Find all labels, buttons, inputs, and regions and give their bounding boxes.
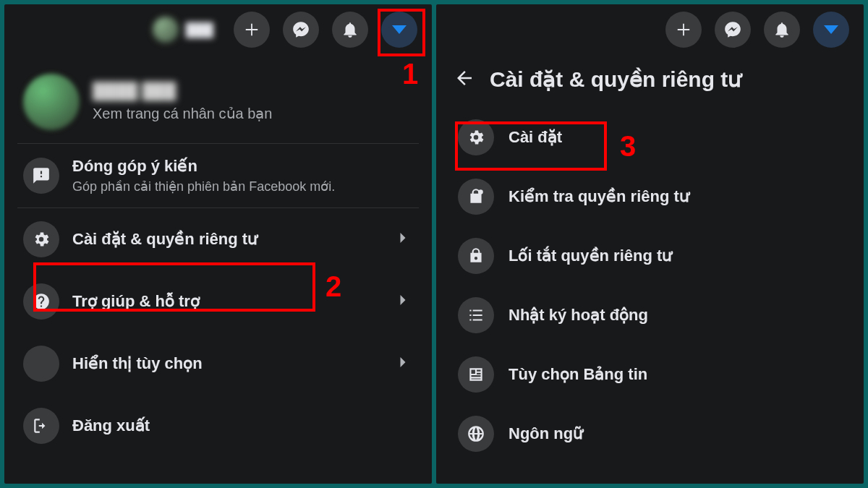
settings-privacy-row[interactable]: Cài đặt & quyền riêng tư [17,208,419,270]
plus-icon [676,22,692,38]
profile-name: ████ ███ [93,82,272,100]
account-dropdown-button[interactable] [813,12,849,48]
annotation-number-3: 3 [620,130,636,163]
messenger-button[interactable] [283,12,319,48]
top-bar: ███ [4,4,432,55]
notifications-button[interactable] [764,12,800,48]
account-dropdown-button[interactable] [381,12,417,48]
settings-submenu: Cài đặt Kiểm tra quyền riêng tư Lối tắt … [436,103,864,468]
menu-item-label: Hiển thị tùy chọn [72,354,380,373]
privacy-checkup-icon [458,179,494,215]
messenger-icon [723,20,742,39]
profile-subtitle: Xem trang cá nhân của bạn [93,105,272,122]
messenger-button[interactable] [715,12,751,48]
settings-privacy-panel: x Cài đặt & quyền riêng tư [436,4,864,484]
messenger-icon [292,20,310,39]
create-button[interactable] [234,12,270,48]
activity-log-row[interactable]: Nhật ký hoạt động [454,286,846,345]
topbar-profile-chip[interactable]: ███ [153,17,213,43]
menu-item-label: Đăng xuất [72,416,413,435]
submenu-item-label: Nhật ký hoạt động [509,306,648,325]
back-button[interactable] [454,67,475,92]
submenu-title: Cài đặt & quyền riêng tư [490,67,741,92]
top-bar: x [436,4,864,55]
submenu-item-label: Lối tắt quyền riêng tư [509,247,672,265]
account-menu-panel: ███ 1 ████ ███ Xem trang cá nhân củ [4,4,432,484]
feedback-row[interactable]: Đóng góp ý kiến Góp phần cải thiện phiên… [17,144,419,208]
submenu-header: Cài đặt & quyền riêng tư [436,55,864,103]
caret-down-icon [824,25,838,34]
bell-icon [773,20,791,39]
feedback-icon [23,158,59,194]
notifications-button[interactable] [332,12,368,48]
moon-icon [23,346,59,382]
arrow-left-icon [454,67,475,89]
chevron-right-icon [393,352,413,375]
language-row[interactable]: Ngôn ngữ [454,404,846,463]
account-menu: ████ ███ Xem trang cá nhân của bạn Đóng … [4,55,432,463]
bell-icon [341,20,359,39]
submenu-item-label: Tùy chọn Bảng tin [509,365,647,384]
submenu-item-label: Ngôn ngữ [509,424,583,443]
logout-icon [23,408,59,444]
chevron-right-icon [393,228,413,251]
avatar-icon [153,17,179,43]
lock-icon [458,238,494,274]
submenu-item-label: Kiểm tra quyền riêng tư [509,187,689,206]
create-button[interactable] [665,12,702,48]
submenu-item-label: Cài đặt [509,128,562,147]
avatar-icon [23,74,80,130]
logout-row[interactable]: Đăng xuất [17,395,419,457]
menu-item-label: Cài đặt & quyền riêng tư [72,230,380,249]
topbar-profile-name: ███ [186,22,213,38]
display-options-row[interactable]: Hiển thị tùy chọn [17,333,419,395]
annotation-number-2: 2 [326,270,341,303]
caret-down-icon [392,25,407,34]
svg-point-0 [478,189,483,194]
help-support-row[interactable]: Trợ giúp & hỗ trợ [17,270,419,333]
feedback-title: Đóng góp ý kiến [72,157,413,176]
plus-icon [244,22,260,38]
gear-icon [23,221,59,257]
annotation-number-1: 1 [402,58,418,90]
settings-row[interactable]: Cài đặt [454,108,846,167]
chevron-right-icon [393,290,413,313]
privacy-checkup-row[interactable]: Kiểm tra quyền riêng tư [454,167,846,226]
news-feed-preferences-row[interactable]: Tùy chọn Bảng tin [454,345,846,404]
view-profile-row[interactable]: ████ ███ Xem trang cá nhân của bạn [17,61,419,144]
privacy-shortcuts-row[interactable]: Lối tắt quyền riêng tư [454,226,846,286]
globe-icon [458,416,494,452]
feed-icon [458,356,494,393]
feedback-subtitle: Góp phần cải thiện phiên bản Facebook mớ… [72,179,413,194]
gear-icon [458,119,494,155]
help-icon [23,283,59,320]
list-icon [458,297,494,333]
